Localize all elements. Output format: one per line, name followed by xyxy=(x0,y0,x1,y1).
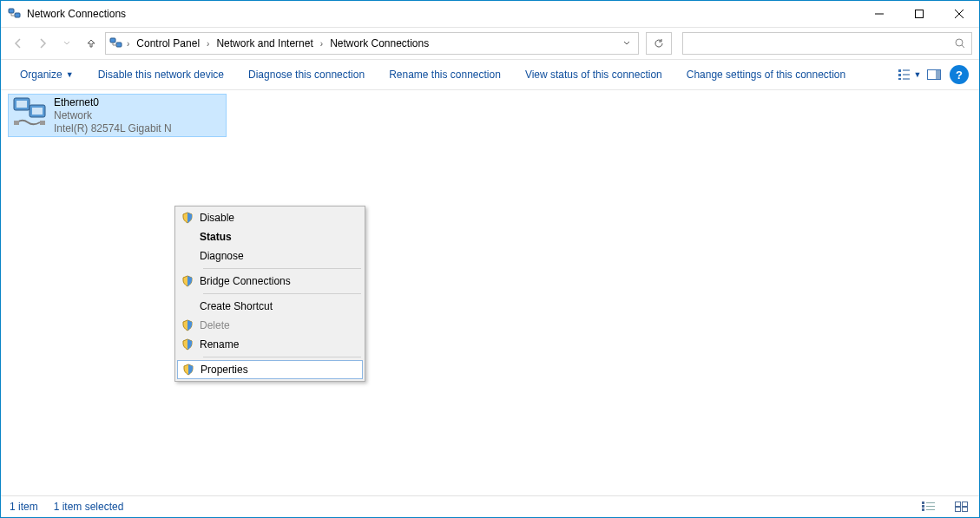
chevron-right-icon[interactable]: › xyxy=(125,39,131,49)
help-button[interactable]: ? xyxy=(950,65,969,84)
command-bar: Organize ▼ Disable this network device D… xyxy=(1,60,979,90)
shield-icon xyxy=(177,319,198,331)
svg-rect-28 xyxy=(956,508,961,512)
ctx-bridge-label: Bridge Connections xyxy=(198,275,291,287)
ctx-properties[interactable]: Properties xyxy=(177,360,363,379)
separator xyxy=(203,293,361,294)
ctx-status-label: Status xyxy=(198,231,232,243)
breadcrumb-network-internet[interactable]: Network and Internet xyxy=(213,37,316,49)
adapter-name: Ethernet0 xyxy=(54,96,172,109)
context-menu: Disable Status Diagnose Bridge Connectio… xyxy=(174,206,365,382)
rename-connection-button[interactable]: Rename this connection xyxy=(377,60,513,89)
content-area[interactable]: Ethernet0 Network Intel(R) 82574L Gigabi… xyxy=(1,90,979,495)
svg-rect-2 xyxy=(916,10,924,18)
svg-rect-20 xyxy=(922,502,924,504)
ctx-delete: Delete xyxy=(177,316,363,335)
chevron-right-icon[interactable]: › xyxy=(319,39,325,49)
svg-rect-7 xyxy=(898,74,901,76)
svg-rect-19 xyxy=(40,121,45,125)
adapter-device: Intel(R) 82574L Gigabit N xyxy=(54,122,172,134)
svg-rect-9 xyxy=(903,69,910,71)
view-options-button[interactable]: ▼ xyxy=(898,62,922,87)
view-status-button[interactable]: View status of this connection xyxy=(513,60,674,89)
ctx-disable[interactable]: Disable xyxy=(177,208,363,227)
address-dropdown[interactable] xyxy=(619,40,635,47)
ctx-rename[interactable]: Rename xyxy=(177,335,363,354)
svg-rect-11 xyxy=(903,78,910,80)
ctx-diagnose[interactable]: Diagnose xyxy=(177,246,363,266)
change-settings-button[interactable]: Change settings of this connection xyxy=(674,60,858,89)
close-button[interactable] xyxy=(939,1,979,27)
separator xyxy=(203,268,361,269)
minimize-button[interactable] xyxy=(859,1,899,27)
organize-label: Organize xyxy=(20,69,62,81)
svg-rect-15 xyxy=(16,101,27,108)
disable-device-button[interactable]: Disable this network device xyxy=(86,60,236,89)
svg-rect-25 xyxy=(926,509,935,510)
ctx-delete-label: Delete xyxy=(198,319,230,331)
svg-rect-3 xyxy=(110,38,115,43)
maximize-button[interactable] xyxy=(899,1,939,27)
details-view-button[interactable] xyxy=(920,500,937,514)
status-selected-count: 1 item selected xyxy=(54,501,124,513)
ctx-properties-label: Properties xyxy=(199,364,248,376)
shield-icon xyxy=(177,275,198,287)
back-button[interactable] xyxy=(8,33,29,54)
svg-rect-21 xyxy=(922,505,924,508)
ctx-diagnose-label: Diagnose xyxy=(198,250,244,262)
separator xyxy=(203,357,361,357)
search-icon xyxy=(954,37,966,49)
chevron-down-icon: ▼ xyxy=(914,70,922,79)
nav-bar: › Control Panel › Network and Internet ›… xyxy=(1,27,979,60)
ctx-disable-label: Disable xyxy=(198,212,234,224)
chevron-down-icon: ▼ xyxy=(66,70,74,79)
recent-locations-dropdown[interactable] xyxy=(56,33,77,54)
chevron-right-icon[interactable]: › xyxy=(205,39,211,49)
ctx-status[interactable]: Status xyxy=(177,227,363,246)
shield-icon xyxy=(177,212,198,224)
network-connections-icon xyxy=(8,7,22,21)
shield-icon xyxy=(177,338,198,351)
organize-menu[interactable]: Organize ▼ xyxy=(8,60,86,89)
svg-rect-8 xyxy=(898,78,901,80)
diagnose-connection-button[interactable]: Diagnose this connection xyxy=(236,60,377,89)
svg-rect-23 xyxy=(926,502,935,503)
adapter-network: Network xyxy=(54,109,172,122)
svg-rect-13 xyxy=(936,70,940,79)
up-button[interactable] xyxy=(81,33,102,54)
network-adapter-icon xyxy=(12,96,50,133)
window-title: Network Connections xyxy=(27,8,126,20)
svg-rect-10 xyxy=(903,74,910,75)
ctx-create-shortcut[interactable]: Create Shortcut xyxy=(177,297,363,316)
ctx-shortcut-label: Create Shortcut xyxy=(198,300,273,312)
large-icons-view-button[interactable] xyxy=(953,500,970,514)
svg-rect-0 xyxy=(9,9,14,13)
status-bar: 1 item 1 item selected xyxy=(1,495,979,517)
status-item-count: 1 item xyxy=(10,501,38,513)
ctx-rename-label: Rename xyxy=(198,338,239,351)
svg-rect-24 xyxy=(926,506,935,507)
breadcrumb-network-connections[interactable]: Network Connections xyxy=(326,37,432,49)
adapter-item-ethernet0[interactable]: Ethernet0 Network Intel(R) 82574L Gigabi… xyxy=(8,94,227,137)
svg-rect-26 xyxy=(956,502,961,507)
ctx-bridge[interactable]: Bridge Connections xyxy=(177,272,363,291)
network-connections-icon xyxy=(109,36,123,50)
window-frame: Network Connections xyxy=(0,0,980,518)
refresh-button[interactable] xyxy=(646,32,672,55)
svg-rect-17 xyxy=(32,108,43,115)
svg-rect-27 xyxy=(963,502,968,507)
adapter-text: Ethernet0 Network Intel(R) 82574L Gigabi… xyxy=(54,96,172,134)
breadcrumb-control-panel[interactable]: Control Panel xyxy=(133,37,203,49)
svg-rect-22 xyxy=(922,508,924,511)
address-bar[interactable]: › Control Panel › Network and Internet ›… xyxy=(105,32,639,55)
svg-rect-29 xyxy=(963,508,968,512)
svg-rect-18 xyxy=(14,121,19,125)
svg-rect-6 xyxy=(898,69,901,72)
preview-pane-button[interactable] xyxy=(922,62,946,87)
search-input[interactable] xyxy=(682,32,972,55)
forward-button[interactable] xyxy=(32,33,53,54)
svg-point-5 xyxy=(956,39,963,46)
titlebar: Network Connections xyxy=(1,1,979,27)
shield-icon xyxy=(178,364,199,376)
